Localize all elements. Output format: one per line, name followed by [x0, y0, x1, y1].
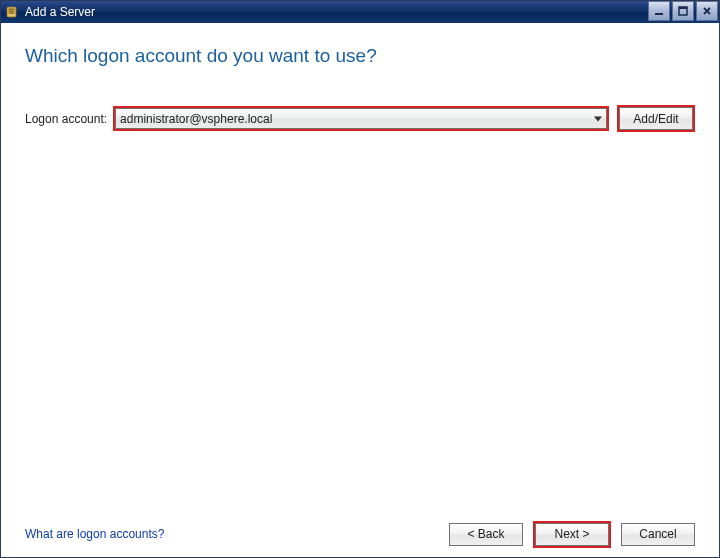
next-button[interactable]: Next >: [535, 523, 609, 546]
add-server-window: Add a Server Which logon account do you …: [0, 0, 720, 558]
footer-buttons: < Back Next > Cancel: [449, 521, 695, 548]
footer: What are logon accounts? < Back Next > C…: [1, 511, 719, 557]
logon-account-row: Logon account: administrator@vsphere.loc…: [25, 105, 695, 132]
svg-rect-3: [9, 13, 15, 14]
back-button[interactable]: < Back: [449, 523, 523, 546]
logon-account-highlight: administrator@vsphere.local: [113, 106, 609, 131]
window-title: Add a Server: [25, 5, 647, 19]
chevron-down-icon: [594, 116, 602, 121]
logon-account-label: Logon account:: [25, 112, 107, 126]
titlebar[interactable]: Add a Server: [1, 1, 719, 23]
add-edit-highlight: Add/Edit: [617, 105, 695, 132]
app-icon: [5, 4, 21, 20]
titlebar-buttons: [647, 1, 719, 23]
minimize-button[interactable]: [648, 1, 670, 21]
content-area: Which logon account do you want to use? …: [1, 23, 719, 511]
add-edit-button[interactable]: Add/Edit: [619, 107, 693, 130]
svg-rect-6: [679, 7, 687, 9]
logon-account-value: administrator@vsphere.local: [120, 112, 272, 126]
svg-rect-4: [655, 13, 663, 15]
help-link[interactable]: What are logon accounts?: [25, 527, 164, 541]
next-button-highlight: Next >: [533, 521, 611, 548]
cancel-button[interactable]: Cancel: [621, 523, 695, 546]
svg-rect-2: [9, 11, 15, 12]
logon-account-combobox[interactable]: administrator@vsphere.local: [115, 108, 607, 129]
svg-rect-1: [9, 9, 15, 10]
maximize-button[interactable]: [672, 1, 694, 21]
close-button[interactable]: [696, 1, 718, 21]
page-heading: Which logon account do you want to use?: [25, 45, 695, 67]
